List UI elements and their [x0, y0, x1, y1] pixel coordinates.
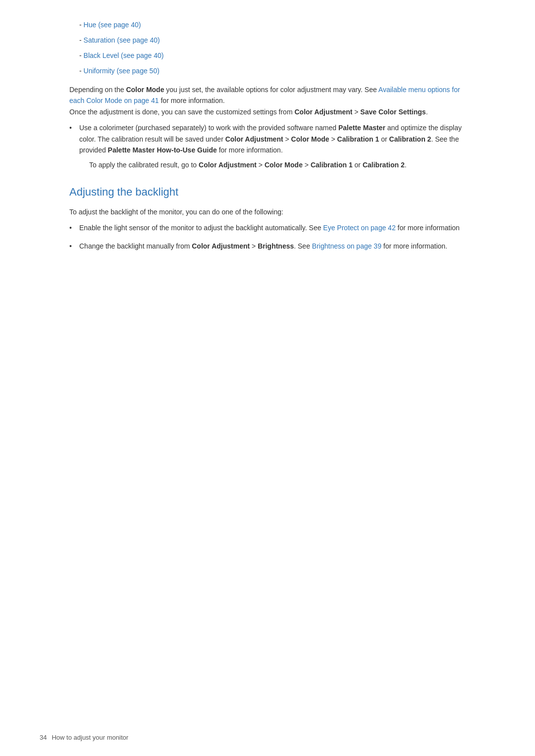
- brightness-link[interactable]: Brightness on page 39: [312, 242, 381, 250]
- footer-section-text: How to adjust your monitor: [52, 734, 128, 741]
- calibration-apply-paragraph: To apply the calibrated result, go to Co…: [89, 159, 476, 170]
- uniformity-link[interactable]: Uniformity (see page 50): [84, 67, 160, 75]
- palette-master-bold: Palette Master: [338, 124, 385, 132]
- backlight-intro: To adjust the backlight of the monitor, …: [69, 206, 476, 217]
- color-mode-bold2: Color Mode: [291, 135, 329, 143]
- palette-master-guide-bold: Palette Master How-to-Use Guide: [108, 146, 217, 154]
- calibration1-bold: Calibration 1: [337, 135, 379, 143]
- calibration-text: Use a colorimeter (purchased separately)…: [79, 124, 462, 154]
- calibration2-bold2: Calibration 2: [363, 161, 405, 169]
- footer-page-number: 34: [40, 734, 47, 741]
- color-adjustment-bold3: Color Adjustment: [199, 161, 257, 169]
- color-mode-intro-text: Depending on the: [69, 86, 126, 94]
- color-mode-bold1: Color Mode: [126, 86, 164, 94]
- list-item-hue: Hue (see page 40): [69, 20, 476, 30]
- saturation-link[interactable]: Saturation (see page 40): [84, 36, 160, 44]
- color-mode-mid1: you just set, the available options for …: [164, 86, 378, 94]
- calibration2-bold: Calibration 2: [389, 135, 431, 143]
- backlight-bullet-brightness: Change the backlight manually from Color…: [69, 241, 476, 252]
- brightness-bold: Brightness: [258, 242, 294, 250]
- color-adjustment-bold2: Color Adjustment: [225, 135, 283, 143]
- calibration-bullet: Use a colorimeter (purchased separately)…: [69, 122, 476, 171]
- footer-bar: 34 How to adjust your monitor: [40, 734, 495, 741]
- color-adjustment-bold4: Color Adjustment: [192, 242, 250, 250]
- adjusting-backlight-heading: Adjusting the backlight: [69, 186, 476, 199]
- page-container: Hue (see page 40) Saturation (see page 4…: [0, 0, 535, 756]
- backlight-list: Enable the light sensor of the monitor t…: [69, 222, 476, 252]
- list-item-uniformity: Uniformity (see page 50): [69, 66, 476, 76]
- color-mode-paragraph: Depending on the Color Mode you just set…: [69, 84, 476, 117]
- hue-link[interactable]: Hue (see page 40): [84, 21, 141, 29]
- calibration1-bold2: Calibration 1: [311, 161, 353, 169]
- color-adjustment-bold: Color Adjustment: [294, 108, 352, 116]
- brightness-text: Change the backlight manually from Color…: [79, 242, 447, 250]
- color-mode-line2: Once the adjustment is done, you can sav…: [69, 108, 428, 116]
- black-level-link[interactable]: Black Level (see page 40): [84, 51, 164, 59]
- save-color-bold: Save Color Settings: [360, 108, 426, 116]
- list-item-saturation: Saturation (see page 40): [69, 35, 476, 46]
- backlight-bullet-eye-protect: Enable the light sensor of the monitor t…: [69, 222, 476, 233]
- calibration-list: Use a colorimeter (purchased separately)…: [69, 122, 476, 171]
- content-area: Hue (see page 40) Saturation (see page 4…: [69, 20, 476, 252]
- list-item-black-level: Black Level (see page 40): [69, 50, 476, 61]
- eye-protect-link[interactable]: Eye Protect on page 42: [323, 224, 395, 232]
- eye-protect-text: Enable the light sensor of the monitor t…: [79, 224, 460, 232]
- color-mode-bold3: Color Mode: [265, 161, 303, 169]
- color-mode-mid2: for more information.: [159, 97, 225, 104]
- dash-list: Hue (see page 40) Saturation (see page 4…: [69, 20, 476, 76]
- apply-text: To apply the calibrated result, go to Co…: [89, 161, 407, 169]
